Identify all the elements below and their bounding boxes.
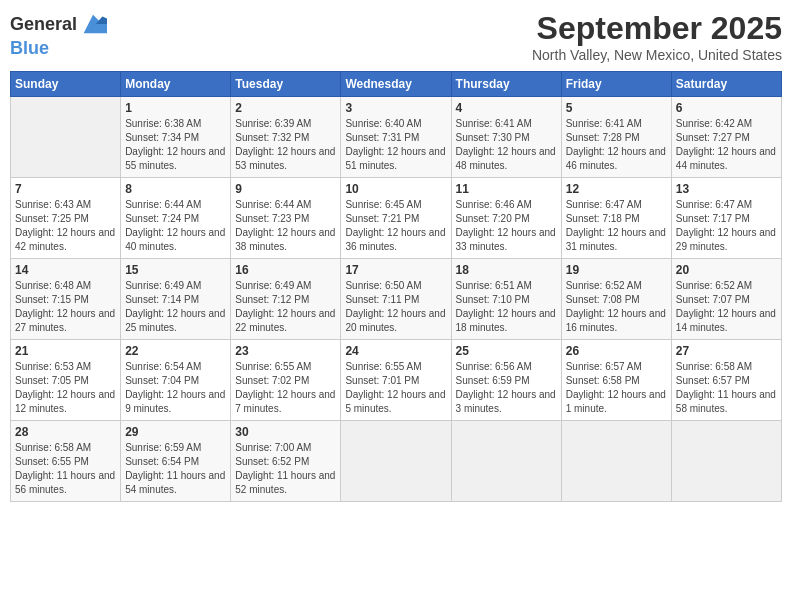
day-detail: Sunrise: 6:42 AMSunset: 7:27 PMDaylight:… bbox=[676, 117, 777, 173]
calendar-day-8: 8Sunrise: 6:44 AMSunset: 7:24 PMDaylight… bbox=[121, 178, 231, 259]
logo-icon bbox=[79, 10, 107, 38]
day-number: 18 bbox=[456, 263, 557, 277]
day-detail: Sunrise: 6:41 AMSunset: 7:28 PMDaylight:… bbox=[566, 117, 667, 173]
day-detail: Sunrise: 6:48 AMSunset: 7:15 PMDaylight:… bbox=[15, 279, 116, 335]
day-number: 12 bbox=[566, 182, 667, 196]
calendar-day-27: 27Sunrise: 6:58 AMSunset: 6:57 PMDayligh… bbox=[671, 340, 781, 421]
logo-blue: Blue bbox=[10, 38, 49, 58]
day-number: 9 bbox=[235, 182, 336, 196]
day-number: 15 bbox=[125, 263, 226, 277]
day-number: 13 bbox=[676, 182, 777, 196]
weekday-header-monday: Monday bbox=[121, 72, 231, 97]
day-number: 23 bbox=[235, 344, 336, 358]
calendar-day-empty bbox=[11, 97, 121, 178]
day-number: 16 bbox=[235, 263, 336, 277]
calendar-day-14: 14Sunrise: 6:48 AMSunset: 7:15 PMDayligh… bbox=[11, 259, 121, 340]
day-number: 4 bbox=[456, 101, 557, 115]
calendar-day-20: 20Sunrise: 6:52 AMSunset: 7:07 PMDayligh… bbox=[671, 259, 781, 340]
calendar-day-23: 23Sunrise: 6:55 AMSunset: 7:02 PMDayligh… bbox=[231, 340, 341, 421]
day-detail: Sunrise: 6:47 AMSunset: 7:17 PMDaylight:… bbox=[676, 198, 777, 254]
calendar-day-21: 21Sunrise: 6:53 AMSunset: 7:05 PMDayligh… bbox=[11, 340, 121, 421]
day-detail: Sunrise: 6:58 AMSunset: 6:57 PMDaylight:… bbox=[676, 360, 777, 416]
weekday-header-saturday: Saturday bbox=[671, 72, 781, 97]
day-detail: Sunrise: 7:00 AMSunset: 6:52 PMDaylight:… bbox=[235, 441, 336, 497]
calendar-day-26: 26Sunrise: 6:57 AMSunset: 6:58 PMDayligh… bbox=[561, 340, 671, 421]
calendar-day-16: 16Sunrise: 6:49 AMSunset: 7:12 PMDayligh… bbox=[231, 259, 341, 340]
calendar-week-row: 1Sunrise: 6:38 AMSunset: 7:34 PMDaylight… bbox=[11, 97, 782, 178]
calendar-day-11: 11Sunrise: 6:46 AMSunset: 7:20 PMDayligh… bbox=[451, 178, 561, 259]
day-number: 26 bbox=[566, 344, 667, 358]
month-title: September 2025 bbox=[532, 10, 782, 47]
calendar-day-empty bbox=[341, 421, 451, 502]
day-detail: Sunrise: 6:44 AMSunset: 7:24 PMDaylight:… bbox=[125, 198, 226, 254]
day-detail: Sunrise: 6:49 AMSunset: 7:14 PMDaylight:… bbox=[125, 279, 226, 335]
day-number: 10 bbox=[345, 182, 446, 196]
calendar-day-30: 30Sunrise: 7:00 AMSunset: 6:52 PMDayligh… bbox=[231, 421, 341, 502]
day-detail: Sunrise: 6:39 AMSunset: 7:32 PMDaylight:… bbox=[235, 117, 336, 173]
day-detail: Sunrise: 6:52 AMSunset: 7:07 PMDaylight:… bbox=[676, 279, 777, 335]
calendar-day-25: 25Sunrise: 6:56 AMSunset: 6:59 PMDayligh… bbox=[451, 340, 561, 421]
day-detail: Sunrise: 6:38 AMSunset: 7:34 PMDaylight:… bbox=[125, 117, 226, 173]
calendar-day-4: 4Sunrise: 6:41 AMSunset: 7:30 PMDaylight… bbox=[451, 97, 561, 178]
calendar-day-17: 17Sunrise: 6:50 AMSunset: 7:11 PMDayligh… bbox=[341, 259, 451, 340]
day-number: 30 bbox=[235, 425, 336, 439]
day-detail: Sunrise: 6:41 AMSunset: 7:30 PMDaylight:… bbox=[456, 117, 557, 173]
calendar-table: SundayMondayTuesdayWednesdayThursdayFrid… bbox=[10, 71, 782, 502]
calendar-day-7: 7Sunrise: 6:43 AMSunset: 7:25 PMDaylight… bbox=[11, 178, 121, 259]
calendar-day-10: 10Sunrise: 6:45 AMSunset: 7:21 PMDayligh… bbox=[341, 178, 451, 259]
calendar-day-empty bbox=[671, 421, 781, 502]
day-number: 27 bbox=[676, 344, 777, 358]
title-block: September 2025 North Valley, New Mexico,… bbox=[532, 10, 782, 63]
calendar-day-28: 28Sunrise: 6:58 AMSunset: 6:55 PMDayligh… bbox=[11, 421, 121, 502]
day-number: 11 bbox=[456, 182, 557, 196]
calendar-day-29: 29Sunrise: 6:59 AMSunset: 6:54 PMDayligh… bbox=[121, 421, 231, 502]
logo: General Blue bbox=[10, 10, 107, 59]
day-number: 2 bbox=[235, 101, 336, 115]
calendar-day-empty bbox=[451, 421, 561, 502]
calendar-day-9: 9Sunrise: 6:44 AMSunset: 7:23 PMDaylight… bbox=[231, 178, 341, 259]
day-detail: Sunrise: 6:51 AMSunset: 7:10 PMDaylight:… bbox=[456, 279, 557, 335]
day-number: 22 bbox=[125, 344, 226, 358]
day-detail: Sunrise: 6:44 AMSunset: 7:23 PMDaylight:… bbox=[235, 198, 336, 254]
day-detail: Sunrise: 6:47 AMSunset: 7:18 PMDaylight:… bbox=[566, 198, 667, 254]
day-number: 7 bbox=[15, 182, 116, 196]
weekday-header-friday: Friday bbox=[561, 72, 671, 97]
day-number: 8 bbox=[125, 182, 226, 196]
day-detail: Sunrise: 6:43 AMSunset: 7:25 PMDaylight:… bbox=[15, 198, 116, 254]
day-number: 6 bbox=[676, 101, 777, 115]
calendar-day-24: 24Sunrise: 6:55 AMSunset: 7:01 PMDayligh… bbox=[341, 340, 451, 421]
day-number: 3 bbox=[345, 101, 446, 115]
day-number: 24 bbox=[345, 344, 446, 358]
day-number: 14 bbox=[15, 263, 116, 277]
day-detail: Sunrise: 6:57 AMSunset: 6:58 PMDaylight:… bbox=[566, 360, 667, 416]
calendar-week-row: 21Sunrise: 6:53 AMSunset: 7:05 PMDayligh… bbox=[11, 340, 782, 421]
day-detail: Sunrise: 6:49 AMSunset: 7:12 PMDaylight:… bbox=[235, 279, 336, 335]
calendar-day-15: 15Sunrise: 6:49 AMSunset: 7:14 PMDayligh… bbox=[121, 259, 231, 340]
day-number: 29 bbox=[125, 425, 226, 439]
day-detail: Sunrise: 6:53 AMSunset: 7:05 PMDaylight:… bbox=[15, 360, 116, 416]
calendar-day-13: 13Sunrise: 6:47 AMSunset: 7:17 PMDayligh… bbox=[671, 178, 781, 259]
day-number: 21 bbox=[15, 344, 116, 358]
calendar-day-5: 5Sunrise: 6:41 AMSunset: 7:28 PMDaylight… bbox=[561, 97, 671, 178]
day-detail: Sunrise: 6:45 AMSunset: 7:21 PMDaylight:… bbox=[345, 198, 446, 254]
weekday-header-wednesday: Wednesday bbox=[341, 72, 451, 97]
day-detail: Sunrise: 6:40 AMSunset: 7:31 PMDaylight:… bbox=[345, 117, 446, 173]
calendar-day-18: 18Sunrise: 6:51 AMSunset: 7:10 PMDayligh… bbox=[451, 259, 561, 340]
calendar-day-19: 19Sunrise: 6:52 AMSunset: 7:08 PMDayligh… bbox=[561, 259, 671, 340]
location-title: North Valley, New Mexico, United States bbox=[532, 47, 782, 63]
day-detail: Sunrise: 6:55 AMSunset: 7:02 PMDaylight:… bbox=[235, 360, 336, 416]
day-number: 5 bbox=[566, 101, 667, 115]
calendar-day-3: 3Sunrise: 6:40 AMSunset: 7:31 PMDaylight… bbox=[341, 97, 451, 178]
day-detail: Sunrise: 6:55 AMSunset: 7:01 PMDaylight:… bbox=[345, 360, 446, 416]
weekday-header-row: SundayMondayTuesdayWednesdayThursdayFrid… bbox=[11, 72, 782, 97]
calendar-week-row: 28Sunrise: 6:58 AMSunset: 6:55 PMDayligh… bbox=[11, 421, 782, 502]
calendar-day-1: 1Sunrise: 6:38 AMSunset: 7:34 PMDaylight… bbox=[121, 97, 231, 178]
day-number: 20 bbox=[676, 263, 777, 277]
day-detail: Sunrise: 6:54 AMSunset: 7:04 PMDaylight:… bbox=[125, 360, 226, 416]
day-detail: Sunrise: 6:56 AMSunset: 6:59 PMDaylight:… bbox=[456, 360, 557, 416]
calendar-day-12: 12Sunrise: 6:47 AMSunset: 7:18 PMDayligh… bbox=[561, 178, 671, 259]
weekday-header-tuesday: Tuesday bbox=[231, 72, 341, 97]
weekday-header-sunday: Sunday bbox=[11, 72, 121, 97]
calendar-day-22: 22Sunrise: 6:54 AMSunset: 7:04 PMDayligh… bbox=[121, 340, 231, 421]
day-detail: Sunrise: 6:52 AMSunset: 7:08 PMDaylight:… bbox=[566, 279, 667, 335]
